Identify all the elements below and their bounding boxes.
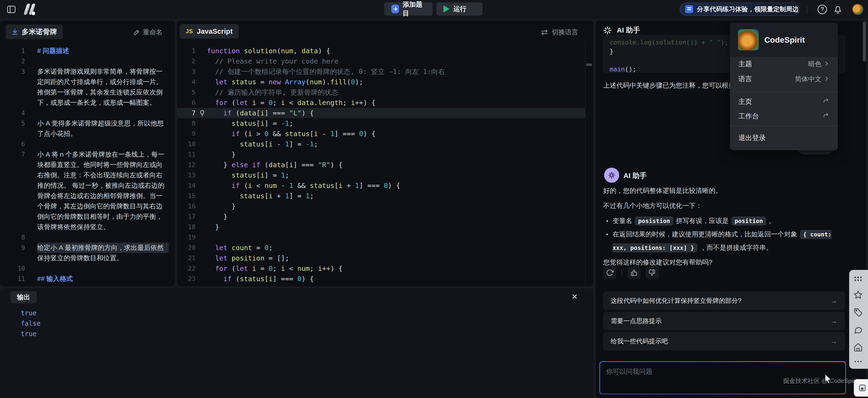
code-line[interactable]: 5 // 遍历输入的字符串, 更新骨牌的状态 [177, 87, 585, 98]
problem-line[interactable]: 11## 输入格式 [0, 274, 175, 284]
menu-item-退出登录[interactable]: 退出登录 [730, 131, 838, 144]
rename-button[interactable]: 重命名 [133, 28, 162, 37]
code-line[interactable]: 21 let position = []; [177, 253, 585, 263]
code-token: if [223, 109, 231, 117]
code-token: i [269, 192, 273, 200]
menu-item-语言[interactable]: 语言简体中文 [730, 72, 838, 86]
code-line[interactable]: 15 status[i + 1] = 1; [177, 191, 585, 201]
promo-banner[interactable]: 分享代码练习体验，领限量定制周边 [680, 3, 800, 16]
thumbs-down-button[interactable] [646, 266, 659, 279]
code-line[interactable]: 23 if (status[i] === 0) { [177, 274, 585, 284]
code-line[interactable]: 3 // 创建一个数组记录每个位置的骨牌的状态, 0: 竖立 -1: 向左 1:… [177, 66, 585, 77]
code-token: solution [244, 47, 277, 55]
code-token: i [318, 264, 322, 272]
code-line[interactable]: 1function solution(num, data) { [177, 46, 585, 56]
code-token: fill [330, 78, 347, 86]
help-icon[interactable] [817, 5, 827, 14]
switch-language-button[interactable]: 切换语言 [540, 28, 578, 37]
problem-line[interactable]: 6 [0, 139, 175, 149]
code-line[interactable]: 18 } [177, 222, 585, 232]
switch-language-label: 切换语言 [552, 28, 578, 37]
extension-handle-button[interactable] [854, 379, 868, 397]
refresh-icon [606, 269, 614, 276]
code-token: = [256, 99, 269, 107]
code-token: ) { [363, 130, 376, 138]
code-line[interactable]: 2 // Please write your code here [177, 56, 585, 66]
code-line[interactable]: 20 let count = 0; [177, 242, 585, 253]
sidebar-toggle-icon[interactable] [7, 5, 16, 14]
suggestion-chip[interactable]: 需要一点思路提示→ [603, 312, 845, 330]
code-line[interactable]: 10 status[i - 1] = -1; [177, 139, 585, 149]
line-number: 5 [177, 87, 195, 98]
suggestion-chip[interactable]: 这段代码中如何优化计算保持竖立骨牌的部分?→ [603, 292, 845, 310]
run-button[interactable]: 运行 [436, 2, 483, 15]
run-label: 运行 [453, 4, 466, 13]
code-line[interactable]: 7 if (data[i] === "L") { [177, 108, 585, 118]
problem-line[interactable]: 2 [0, 56, 175, 66]
code-token: ; [314, 140, 318, 148]
suggestion-chip[interactable]: 给我一些代码提示吧→ [603, 332, 845, 351]
ai-bullet-text: 变量名 posistion 拼写有误，应该是 position 。 [613, 214, 775, 228]
language-tab[interactable]: JS JavaScript [180, 24, 239, 39]
code-line[interactable]: 22 for (let i = 0; i < num; i++) { [177, 263, 585, 274]
panel-glyph-icon [858, 384, 866, 392]
user-dropdown-menu: CodeSpirit 主题暗色语言简体中文主页工作台退出登录 [730, 23, 838, 150]
regenerate-button[interactable] [603, 266, 616, 279]
problem-line[interactable]: 1# 问题描述 [0, 46, 175, 56]
problem-line[interactable]: 3多米诺骨牌游戏规则非常简单，将骨牌按一定间距的尺寸排成单行，或分行排成一片。推… [0, 66, 175, 108]
menu-value-text: 简体中文 [795, 75, 822, 84]
notifications-bell-icon[interactable] [833, 5, 842, 14]
tag-icon[interactable] [854, 307, 863, 317]
code-token: 0 [265, 244, 268, 252]
code-line[interactable]: 6 for (let i = 0; i < data.length; i++) … [177, 98, 585, 108]
problem-line[interactable]: 9给定小 A 最初推骨牌的方向，求出最后依然保持竖立的骨牌数目和位置。 [0, 242, 175, 263]
user-avatar[interactable] [852, 4, 863, 15]
drag-dots-icon[interactable] [854, 275, 863, 282]
output-tab[interactable]: 输出 [10, 291, 37, 303]
code-line[interactable]: 17 } [177, 211, 585, 222]
code-text: if (status[i] === 0) { [195, 274, 314, 284]
code-line[interactable]: 12 } else if (data[i] === "R") { [177, 160, 585, 170]
chat-bubble-icon[interactable] [854, 325, 863, 334]
code-text: } [195, 201, 236, 211]
code-line[interactable]: 16 } [177, 201, 585, 211]
code-line[interactable]: 4 let status = new Array(num).fill(0); [177, 77, 585, 87]
menu-item-工作台[interactable]: 工作台 [730, 110, 838, 123]
problem-line[interactable]: 10 [0, 263, 175, 274]
menu-item-value [823, 112, 829, 120]
editor-scrollbar-thumb[interactable] [586, 64, 592, 66]
marscode-logo-icon[interactable] [22, 3, 39, 16]
code-token: -1 [306, 140, 314, 148]
menu-item-主题[interactable]: 主题暗色 [730, 58, 838, 71]
code-editor-content[interactable]: 1function solution(num, data) {2 // Plea… [177, 46, 585, 286]
problem-line[interactable]: 8 [0, 232, 175, 242]
add-problem-button[interactable]: 添加题目 [384, 2, 433, 15]
code-line[interactable]: 14 if (i < num - 1 && status[i + 1] === … [177, 180, 585, 191]
code-token: 0 [269, 99, 273, 107]
home-icon[interactable] [854, 342, 863, 352]
problem-line[interactable]: 5小 A 觉得多米诺骨牌超级没意思，所以他想了点小花招。 [0, 118, 175, 139]
problem-line[interactable]: 7小 A 将 n 个多米诺骨牌放在一条线上，每一块都垂直竖立。他同时将一些骨牌向… [0, 149, 175, 232]
code-line[interactable]: 13 status[i] = 1; [177, 170, 585, 180]
code-token: = [256, 78, 269, 86]
menu-item-主页[interactable]: 主页 [730, 95, 838, 108]
code-line[interactable]: 11 } [177, 149, 585, 160]
code-line[interactable]: 9 if (i > 0 && status[i - 1] === 0) { [177, 129, 585, 139]
code-text: if (i > 0 && status[i - 1] === 0) { [195, 129, 376, 139]
line-number: 16 [177, 201, 195, 211]
problem-line[interactable]: 4 [0, 108, 175, 118]
star-icon[interactable] [854, 290, 863, 300]
problem-tab[interactable]: 多米诺骨牌 [6, 25, 63, 39]
close-output-icon[interactable]: ✕ [571, 293, 578, 301]
more-ellipsis-icon[interactable] [854, 360, 863, 363]
thumbs-up-button[interactable] [627, 266, 641, 279]
code-token: let [236, 264, 252, 272]
page-scrollbar-thumb[interactable] [863, 22, 866, 62]
code-token: 0 [359, 130, 363, 138]
code-token: . [314, 99, 318, 107]
ai-message-sender: AI 助手 [623, 171, 647, 180]
ai-feedback-actions [603, 266, 659, 279]
code-text: } [195, 149, 236, 160]
code-line[interactable]: 19 [177, 232, 585, 242]
code-line[interactable]: 8 status[i] = -1; [177, 118, 585, 129]
